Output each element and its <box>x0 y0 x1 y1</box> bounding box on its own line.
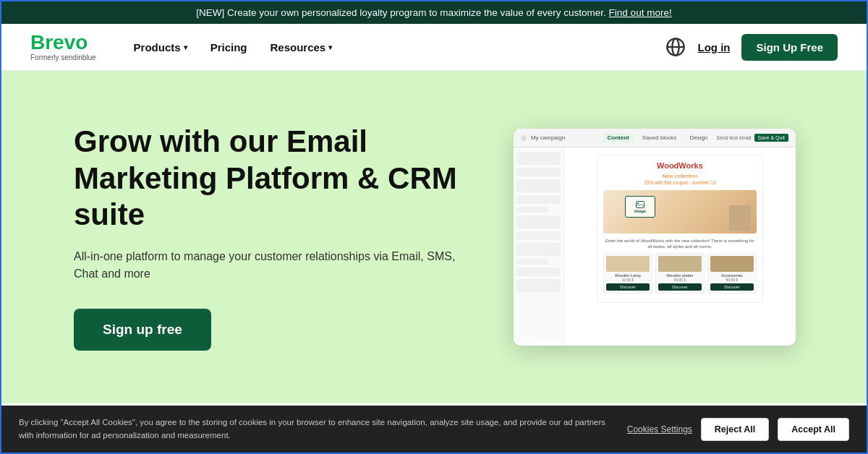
sidebar-block <box>516 279 561 292</box>
mockup-title-bar: My campaign <box>531 134 599 141</box>
image-block-label: Image <box>634 209 646 213</box>
mockup-actions: Send test email Save & Quit <box>716 134 788 142</box>
logo[interactable]: Brevo <box>30 33 96 53</box>
product-item: Wooden platter 44.00 € Discover <box>655 253 705 294</box>
email-description: Enter the world of WoodWorks with the ne… <box>603 238 757 250</box>
sidebar-block <box>516 243 561 256</box>
chevron-down-icon: ▾ <box>184 43 187 51</box>
product-price: 50.00 € <box>710 278 754 282</box>
save-quit-btn[interactable]: Save & Quit <box>754 134 788 142</box>
reject-all-button[interactable]: Reject All <box>701 418 770 441</box>
discover-btn[interactable]: Discover <box>606 283 650 291</box>
sidebar-block <box>516 168 561 176</box>
product-list: Wooden Lamp 22.00 € Discover Wooden plat… <box>603 253 757 294</box>
mockup-body: WoodWorks New collection 15% with this c… <box>514 147 796 343</box>
email-hero-image[interactable]: Image ☝ <box>603 190 757 234</box>
accept-all-button[interactable]: Accept All <box>778 418 849 441</box>
product-price: 22.00 € <box>606 278 650 282</box>
announcement-bar: [NEW] Create your own personalized loyal… <box>1 1 867 24</box>
mockup-header: My campaign Content Saved blocks Design … <box>514 129 796 147</box>
cookie-settings-link[interactable]: Cookies Settings <box>627 424 692 434</box>
tab-design[interactable]: Design <box>685 133 712 142</box>
sidebar-block <box>516 179 561 192</box>
nav-pricing[interactable]: Pricing <box>202 35 256 59</box>
announcement-link[interactable]: Find out more! <box>609 7 672 18</box>
discover-btn[interactable]: Discover <box>658 283 702 291</box>
mockup-campaign-label: My campaign <box>531 134 566 141</box>
sidebar-block <box>516 215 561 228</box>
signup-button[interactable]: Sign Up Free <box>741 34 838 61</box>
email-preview-inner: WoodWorks New collection 15% with this c… <box>603 161 757 294</box>
product-item: Accessories 50.00 € Discover <box>707 253 757 294</box>
hero-cta-button[interactable]: Sign up free <box>74 309 211 351</box>
hero-content: Grow with our Email Marketing Platform &… <box>74 124 486 350</box>
tab-content[interactable]: Content <box>603 133 634 142</box>
navbar: Brevo Formerly sendinblue Products ▾ Pri… <box>1 24 867 71</box>
logo-area: Brevo Formerly sendinblue <box>30 33 96 61</box>
product-image <box>710 256 754 272</box>
sidebar-block <box>516 207 548 213</box>
svg-point-4 <box>637 202 639 204</box>
product-price: 44.00 € <box>658 278 702 282</box>
sidebar-block <box>516 195 561 204</box>
brand-name: WoodWorks <box>603 161 757 170</box>
login-button[interactable]: Log in <box>697 41 730 53</box>
mockup-sidebar <box>514 147 564 343</box>
hero-section: Grow with our Email Marketing Platform &… <box>1 71 867 403</box>
discover-btn[interactable]: Discover <box>710 283 754 291</box>
globe-icon[interactable] <box>665 37 686 57</box>
nav-products[interactable]: Products ▾ <box>125 35 196 59</box>
tab-saved-blocks[interactable]: Saved blocks <box>638 133 681 142</box>
sidebar-block <box>516 152 561 165</box>
collection-label: New collection 15% with this coupon : su… <box>603 173 757 186</box>
email-preview: WoodWorks New collection 15% with this c… <box>597 155 763 303</box>
mockup-dot <box>521 135 527 141</box>
mockup-main-preview: WoodWorks New collection 15% with this c… <box>564 147 796 343</box>
sidebar-block <box>516 231 561 240</box>
image-icon <box>636 201 644 208</box>
email-editor-mockup: My campaign Content Saved blocks Design … <box>514 129 796 346</box>
product-image <box>658 256 702 272</box>
cursor-icon: ☝ <box>731 218 744 229</box>
nav-resources[interactable]: Resources ▾ <box>261 35 341 59</box>
chevron-down-icon-resources: ▾ <box>328 43 332 51</box>
nav-right: Log in Sign Up Free <box>665 34 838 61</box>
product-image <box>606 256 650 272</box>
product-item: Wooden Lamp 22.00 € Discover <box>603 253 652 294</box>
cookie-banner: By clicking "Accept All Cookies", you ag… <box>1 406 867 453</box>
announcement-text: [NEW] Create your own personalized loyal… <box>196 7 606 18</box>
nav-links: Products ▾ Pricing Resources ▾ <box>125 35 666 59</box>
image-block-overlay[interactable]: Image <box>625 196 655 218</box>
sidebar-block <box>516 267 561 276</box>
hero-image: My campaign Content Saved blocks Design … <box>486 129 823 346</box>
hero-subtitle: All-in-one platform to manage your custo… <box>74 248 457 283</box>
cookie-actions: Cookies Settings Reject All Accept All <box>627 418 849 441</box>
logo-subtitle: Formerly sendinblue <box>30 53 96 61</box>
sidebar-block <box>516 259 548 265</box>
mockup-tabs: Content Saved blocks Design <box>603 133 712 142</box>
hero-title: Grow with our Email Marketing Platform &… <box>74 124 457 233</box>
cookie-text: By clicking "Accept All Cookies", you ag… <box>19 416 613 442</box>
